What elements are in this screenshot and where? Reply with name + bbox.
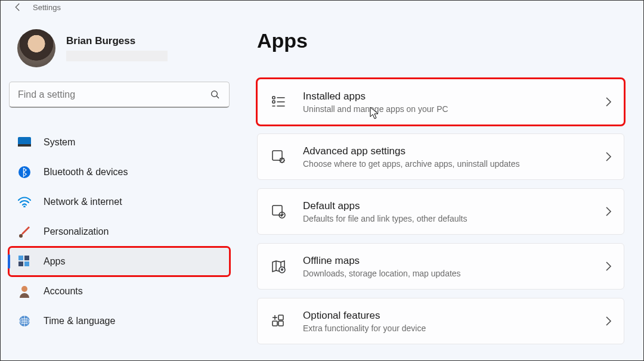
card-installed-apps[interactable]: Installed apps Uninstall and manage apps… [257,79,624,125]
user-block[interactable]: Brian Burgess [9,21,230,82]
svg-rect-8 [18,262,23,266]
svg-rect-20 [273,321,277,326]
svg-rect-13 [273,97,275,99]
card-title: Default apps [303,200,605,212]
apps-icon [17,254,32,269]
card-desc: Choose where to get apps, archive apps, … [303,159,605,169]
globe-icon [17,314,32,328]
card-advanced-app-settings[interactable]: Advanced app settings Choose where to ge… [257,133,624,180]
sidebar-item-network[interactable]: Network & internet [9,188,230,216]
svg-rect-6 [18,256,23,260]
card-desc: Uninstall and manage apps on your PC [303,104,605,114]
sidebar-item-accounts[interactable]: Accounts [9,277,230,306]
gear-app-icon [270,148,287,166]
sidebar-item-label: Network & internet [44,197,122,207]
page-title: Apps [257,29,624,52]
card-offline-maps[interactable]: Offline maps Downloads, storage location… [257,243,624,290]
sidebar-item-system[interactable]: System [9,128,230,157]
card-title: Advanced app settings [303,145,605,157]
sidebar-item-apps[interactable]: Apps [9,247,230,276]
search-input[interactable] [18,89,210,100]
search-icon [210,89,221,100]
search-box[interactable] [9,82,230,108]
bluetooth-icon [17,165,32,179]
svg-point-0 [212,91,218,97]
sidebar-item-label: Accounts [44,286,83,297]
sidebar-item-label: System [44,137,75,148]
card-title: Optional features [303,310,605,322]
default-app-icon [270,203,287,220]
card-desc: Defaults for file and link types, other … [303,214,605,223]
svg-rect-2 [18,144,31,147]
card-desc: Extra functionality for your device [303,323,605,333]
card-default-apps[interactable]: Default apps Defaults for file and link … [257,188,624,235]
svg-rect-1 [18,137,31,145]
card-title: Installed apps [303,91,605,102]
sidebar-item-label: Apps [44,256,65,267]
svg-point-4 [23,206,26,207]
svg-rect-17 [273,206,282,215]
optional-icon [270,312,287,330]
card-desc: Downloads, storage location, map updates [303,269,605,278]
sidebar-item-personalization[interactable]: Personalization [9,217,230,246]
svg-rect-21 [278,321,283,326]
sidebar-item-label: Time & language [44,316,115,326]
user-email-placeholder [66,51,168,61]
chevron-right-icon [605,151,612,162]
avatar [17,29,55,67]
window-title: Settings [33,3,61,12]
svg-point-5 [19,234,23,238]
svg-point-10 [21,286,27,292]
chevron-right-icon [605,206,612,217]
main-content: Apps Installed apps Uninstall and manage… [239,14,643,361]
sidebar-item-label: Personalization [44,226,109,237]
chevron-right-icon [605,261,612,272]
wifi-icon [17,195,32,209]
person-icon [17,284,32,298]
chevron-right-icon [605,316,612,326]
chevron-right-icon [605,97,612,107]
user-name: Brian Burgess [66,35,168,47]
sidebar: Brian Burgess System Bluetooth & devi [1,14,239,361]
svg-rect-7 [24,256,29,260]
back-button[interactable] [13,2,23,13]
sidebar-item-label: Bluetooth & devices [44,167,128,178]
sidebar-nav: System Bluetooth & devices Network & int… [9,128,230,335]
svg-rect-22 [278,315,283,320]
sidebar-item-time-language[interactable]: Time & language [9,307,230,335]
card-title: Offline maps [303,255,605,267]
map-icon [270,257,287,275]
svg-rect-14 [273,101,275,103]
system-icon [17,135,32,150]
card-optional-features[interactable]: Optional features Extra functionality fo… [257,298,624,344]
list-icon [270,93,287,111]
svg-point-3 [18,166,30,178]
brush-icon [17,225,32,239]
sidebar-item-bluetooth[interactable]: Bluetooth & devices [9,158,230,186]
svg-rect-9 [24,262,29,266]
